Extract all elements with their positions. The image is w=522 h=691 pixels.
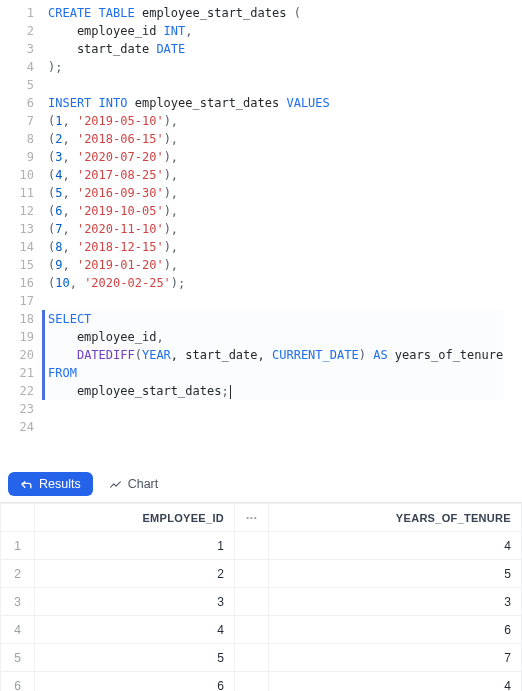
- row-index: 6: [1, 672, 35, 692]
- code-line[interactable]: DATEDIFF(YEAR, start_date, CURRENT_DATE)…: [48, 346, 503, 364]
- cell-ellipsis: [235, 560, 269, 588]
- table-row[interactable]: 333: [1, 588, 522, 616]
- results-tab-label: Results: [39, 477, 81, 491]
- line-number: 21: [0, 364, 34, 382]
- table-row[interactable]: 557: [1, 644, 522, 672]
- code-line[interactable]: FROM: [48, 364, 503, 382]
- token: ),: [164, 150, 178, 164]
- token: DATE: [156, 42, 185, 56]
- token: employee_start_dates: [142, 6, 287, 20]
- code-line[interactable]: (4, '2017-08-25'),: [48, 166, 503, 184]
- line-number: 18: [0, 310, 34, 328]
- cell-employee-id[interactable]: 3: [35, 588, 235, 616]
- code-line[interactable]: (9, '2019-01-20'),: [48, 256, 503, 274]
- code-line[interactable]: (6, '2019-10-05'),: [48, 202, 503, 220]
- line-number: 9: [0, 148, 34, 166]
- code-line[interactable]: (7, '2020-11-10'),: [48, 220, 503, 238]
- row-index: 4: [1, 616, 35, 644]
- row-index: 2: [1, 560, 35, 588]
- table-row[interactable]: 114: [1, 532, 522, 560]
- token: '2018-12-15': [77, 240, 164, 254]
- token: SELECT: [48, 312, 91, 326]
- token: INT: [164, 24, 186, 38]
- code-line[interactable]: employee_start_dates;: [48, 382, 503, 400]
- token: employee_id: [48, 24, 164, 38]
- token: '2019-05-10': [77, 114, 164, 128]
- token: ),: [164, 204, 178, 218]
- code-line[interactable]: [48, 292, 503, 310]
- cell-employee-id[interactable]: 1: [35, 532, 235, 560]
- cell-years-of-tenure[interactable]: 4: [269, 532, 522, 560]
- token: ),: [164, 168, 178, 182]
- table-row[interactable]: 446: [1, 616, 522, 644]
- cell-employee-id[interactable]: 2: [35, 560, 235, 588]
- cell-employee-id[interactable]: 6: [35, 672, 235, 692]
- token: (: [135, 348, 142, 362]
- token: '2017-08-25': [77, 168, 164, 182]
- sql-editor[interactable]: 123456789101112131415161718192021222324 …: [0, 0, 522, 444]
- line-number: 10: [0, 166, 34, 184]
- token: '2019-10-05': [77, 204, 164, 218]
- code-line[interactable]: start_date DATE: [48, 40, 503, 58]
- token: DATEDIFF: [77, 348, 135, 362]
- cell-ellipsis: [235, 532, 269, 560]
- token: ),: [164, 222, 178, 236]
- token: '2020-11-10': [77, 222, 164, 236]
- line-number: 12: [0, 202, 34, 220]
- token: [135, 6, 142, 20]
- results-tab-button[interactable]: Results: [8, 472, 93, 496]
- cell-years-of-tenure[interactable]: 7: [269, 644, 522, 672]
- code-line[interactable]: (5, '2016-09-30'),: [48, 184, 503, 202]
- token: ,: [62, 186, 76, 200]
- code-line[interactable]: );: [48, 58, 503, 76]
- text-cursor: [230, 385, 231, 399]
- col-header-years-of-tenure[interactable]: YEARS_OF_TENURE: [269, 504, 522, 532]
- token: ),: [164, 186, 178, 200]
- token: ;: [221, 384, 228, 398]
- token: ): [359, 348, 373, 362]
- code-line[interactable]: (8, '2018-12-15'),: [48, 238, 503, 256]
- header-row: EMPLOYEE_ID ··· YEARS_OF_TENURE: [1, 504, 522, 532]
- line-number: 16: [0, 274, 34, 292]
- code-line[interactable]: [48, 400, 503, 418]
- token: FROM: [48, 366, 77, 380]
- code-area[interactable]: CREATE TABLE employee_start_dates ( empl…: [48, 4, 503, 436]
- cell-years-of-tenure[interactable]: 5: [269, 560, 522, 588]
- cell-employee-id[interactable]: 4: [35, 616, 235, 644]
- cell-years-of-tenure[interactable]: 6: [269, 616, 522, 644]
- code-line[interactable]: CREATE TABLE employee_start_dates (: [48, 4, 503, 22]
- code-line[interactable]: employee_id,: [48, 328, 503, 346]
- code-line[interactable]: (3, '2020-07-20'),: [48, 148, 503, 166]
- cell-years-of-tenure[interactable]: 4: [269, 672, 522, 692]
- token: '2020-07-20': [77, 150, 164, 164]
- cell-years-of-tenure[interactable]: 3: [269, 588, 522, 616]
- cell-employee-id[interactable]: 5: [35, 644, 235, 672]
- token: ,: [62, 132, 76, 146]
- line-number: 17: [0, 292, 34, 310]
- results-grid-wrap[interactable]: EMPLOYEE_ID ··· YEARS_OF_TENURE 11422533…: [0, 503, 522, 691]
- col-header-employee-id[interactable]: EMPLOYEE_ID: [35, 504, 235, 532]
- code-line[interactable]: INSERT INTO employee_start_dates VALUES: [48, 94, 503, 112]
- code-line[interactable]: (1, '2019-05-10'),: [48, 112, 503, 130]
- token: ),: [164, 114, 178, 128]
- token: VALUES: [286, 96, 329, 110]
- token: ,: [70, 276, 84, 290]
- results-grid: EMPLOYEE_ID ··· YEARS_OF_TENURE 11422533…: [0, 503, 522, 691]
- token: ),: [164, 240, 178, 254]
- col-header-ellipsis[interactable]: ···: [235, 504, 269, 532]
- code-line[interactable]: [48, 76, 503, 94]
- line-number: 1: [0, 4, 34, 22]
- token: start_date: [48, 42, 156, 56]
- line-number: 8: [0, 130, 34, 148]
- code-line[interactable]: (2, '2018-06-15'),: [48, 130, 503, 148]
- code-line[interactable]: employee_id INT,: [48, 22, 503, 40]
- table-row[interactable]: 664: [1, 672, 522, 692]
- line-number: 19: [0, 328, 34, 346]
- table-row[interactable]: 225: [1, 560, 522, 588]
- token: ),: [164, 132, 178, 146]
- code-line[interactable]: SELECT: [48, 310, 503, 328]
- chart-tab-button[interactable]: Chart: [99, 472, 169, 496]
- code-line[interactable]: [48, 418, 503, 436]
- code-line[interactable]: (10, '2020-02-25');: [48, 274, 503, 292]
- token: employee_start_dates: [127, 96, 286, 110]
